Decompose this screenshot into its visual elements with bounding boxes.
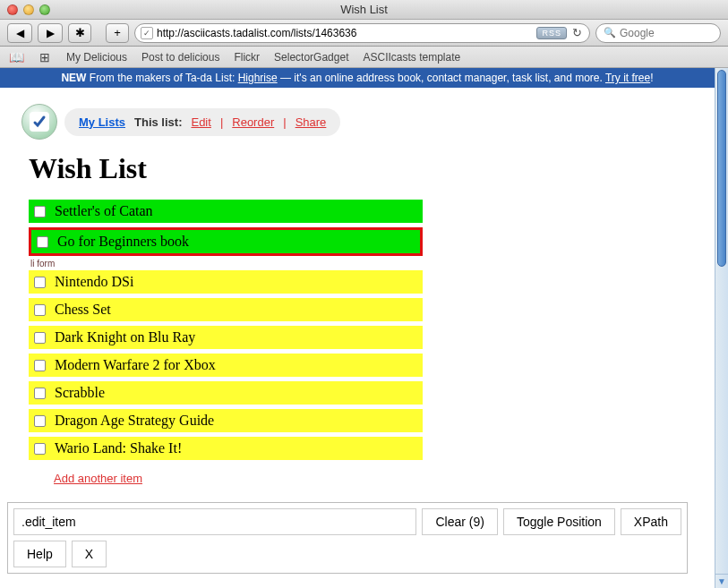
item-checkbox[interactable] bbox=[34, 277, 46, 288]
xpath-button[interactable]: XPath bbox=[621, 508, 681, 535]
list-item[interactable]: Chess Set bbox=[29, 298, 423, 321]
help-button[interactable]: Help bbox=[13, 541, 66, 567]
bookmarks-grid-icon[interactable]: ⊞ bbox=[38, 50, 52, 64]
add-item-link[interactable]: Add another item bbox=[54, 472, 142, 485]
bookmarks-book-icon[interactable]: 📖 bbox=[9, 50, 23, 64]
promo-cta-link[interactable]: Try it free bbox=[605, 72, 650, 84]
search-bar[interactable]: 🔍 bbox=[595, 23, 721, 43]
promo-mid: — it's an online address book, contact m… bbox=[280, 72, 603, 84]
rss-badge[interactable]: RSS bbox=[536, 27, 567, 39]
address-bar[interactable]: ✓ RSS ↻ bbox=[134, 23, 590, 43]
forward-button[interactable]: ▶ bbox=[38, 23, 63, 43]
my-lists-link[interactable]: My Lists bbox=[79, 115, 125, 129]
reload-button[interactable]: ↻ bbox=[570, 26, 584, 39]
list-header: My Lists This list: Edit | Reorder | Sha… bbox=[21, 104, 715, 140]
list-item[interactable]: Settler's of Catan bbox=[29, 200, 423, 223]
list-item[interactable]: Wario Land: Shake It! bbox=[29, 437, 423, 460]
window-titlebar: Wish List bbox=[0, 0, 728, 20]
wish-list: Settler's of CatanGo for Beginners bookl… bbox=[29, 200, 686, 460]
list-item[interactable]: Dark Knight on Blu Ray bbox=[29, 326, 423, 349]
url-input[interactable] bbox=[157, 27, 533, 39]
item-checkbox[interactable] bbox=[37, 236, 48, 248]
bookmarks-bar: 📖 ⊞ My Delicious Post to delicious Flick… bbox=[0, 47, 728, 68]
item-label: Wario Land: Shake It! bbox=[55, 440, 182, 456]
separator: | bbox=[220, 115, 223, 129]
selector-hint-label: li form bbox=[30, 259, 686, 268]
search-input[interactable] bbox=[620, 27, 728, 39]
toggle-position-button[interactable]: Toggle Position bbox=[503, 508, 615, 535]
item-label: Nintendo DSi bbox=[55, 274, 133, 290]
item-label: Scrabble bbox=[55, 385, 105, 401]
reorder-link[interactable]: Reorder bbox=[232, 115, 274, 129]
promo-banner: NEW From the makers of Ta-da List: Highr… bbox=[0, 68, 715, 88]
item-checkbox[interactable] bbox=[34, 332, 46, 344]
item-label: Modern Warfare 2 for Xbox bbox=[55, 357, 216, 373]
item-label: Dragon Age Strategy Guide bbox=[55, 413, 214, 429]
item-label: Dark Knight on Blu Ray bbox=[55, 329, 195, 345]
firebug-button[interactable]: ✱ bbox=[68, 23, 91, 43]
item-label: Settler's of Catan bbox=[55, 203, 153, 219]
list-item-selected[interactable]: Go for Beginners book bbox=[29, 227, 423, 256]
bookmark-link[interactable]: My Delicious bbox=[66, 51, 127, 64]
bookmark-link[interactable]: SelectorGadget bbox=[274, 51, 348, 64]
item-checkbox[interactable] bbox=[34, 304, 46, 316]
list-item[interactable]: Scrabble bbox=[29, 381, 423, 405]
separator: | bbox=[283, 115, 286, 129]
bug-icon: ✱ bbox=[75, 26, 85, 39]
bookmark-link[interactable]: Post to delicious bbox=[141, 51, 219, 64]
promo-new-label: NEW bbox=[61, 72, 86, 84]
favicon-icon: ✓ bbox=[141, 27, 153, 39]
add-bookmark-button[interactable]: + bbox=[106, 23, 129, 43]
scroll-thumb[interactable] bbox=[717, 70, 726, 267]
list-item[interactable]: Nintendo DSi bbox=[29, 270, 423, 294]
bookmark-link[interactable]: Flickr bbox=[234, 51, 260, 64]
list-actions-pill: My Lists This list: Edit | Reorder | Sha… bbox=[64, 108, 340, 136]
back-arrow-icon: ◀ bbox=[16, 27, 24, 39]
bookmark-link[interactable]: ASCIIcasts template bbox=[363, 51, 460, 64]
window-title: Wish List bbox=[0, 3, 728, 16]
promo-lead: From the makers of Ta-da List: bbox=[90, 72, 236, 84]
item-checkbox[interactable] bbox=[34, 415, 46, 427]
back-button[interactable]: ◀ bbox=[7, 23, 32, 43]
page-title: Wish List bbox=[29, 152, 686, 185]
item-label: Chess Set bbox=[55, 302, 111, 318]
item-checkbox[interactable] bbox=[34, 360, 46, 371]
clear-button[interactable]: Clear (9) bbox=[422, 508, 497, 535]
page-content: NEW From the makers of Ta-da List: Highr… bbox=[0, 68, 715, 588]
check-icon bbox=[30, 112, 49, 132]
list-item[interactable]: Dragon Age Strategy Guide bbox=[29, 409, 423, 432]
search-icon: 🔍 bbox=[604, 27, 616, 38]
share-link[interactable]: Share bbox=[295, 115, 327, 129]
item-checkbox[interactable] bbox=[34, 206, 46, 217]
plus-icon: + bbox=[114, 26, 121, 39]
item-checkbox[interactable] bbox=[34, 443, 46, 455]
list-item[interactable]: Modern Warfare 2 for Xbox bbox=[29, 354, 423, 377]
item-checkbox[interactable] bbox=[34, 388, 46, 399]
selector-input[interactable] bbox=[13, 508, 416, 535]
this-list-label: This list: bbox=[134, 115, 182, 129]
vertical-scrollbar[interactable]: ▼ bbox=[715, 68, 728, 588]
promo-product-link[interactable]: Highrise bbox=[238, 72, 278, 84]
edit-link[interactable]: Edit bbox=[191, 115, 210, 129]
browser-toolbar: ◀ ▶ ✱ + ✓ RSS ↻ 🔍 bbox=[0, 20, 728, 47]
forward-arrow-icon: ▶ bbox=[47, 27, 55, 39]
scroll-down-arrow-icon[interactable]: ▼ bbox=[715, 574, 728, 588]
tadalist-logo[interactable] bbox=[21, 104, 57, 140]
close-panel-button[interactable]: X bbox=[72, 541, 107, 567]
selectorgadget-panel: Clear (9) Toggle Position XPath Help X bbox=[7, 502, 688, 574]
item-label: Go for Beginners book bbox=[57, 234, 189, 250]
